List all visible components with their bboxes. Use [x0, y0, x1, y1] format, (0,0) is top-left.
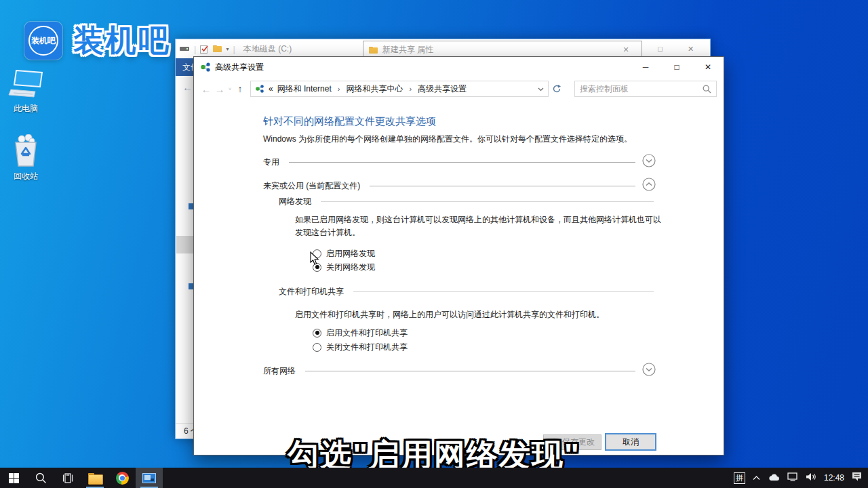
explorer-title: 本地磁盘 (C:) — [243, 43, 292, 55]
radio-label: 启用网络发现 — [326, 248, 375, 260]
search-icon — [35, 472, 47, 484]
navigation-bar: ← → ˅ ↑ « 网络和 Internet › 网络和共享中心 › 高级共享设… — [194, 77, 724, 100]
minimize-button[interactable]: ─ — [630, 57, 661, 77]
radio-label: 关闭文件和打印机共享 — [326, 342, 408, 353]
divider — [353, 291, 654, 292]
chrome-icon — [116, 472, 129, 485]
expand-chevron-down-icon[interactable] — [642, 363, 656, 379]
network-discovery-description: 如果已启用网络发现，则这台计算机可以发现网络上的其他计算机和设备，而且其他网络计… — [295, 214, 661, 239]
radio-disable-network-discovery[interactable]: 关闭网络发现 — [313, 262, 375, 272]
collapse-chevron-up-icon[interactable] — [642, 178, 656, 194]
radio-label: 关闭网络发现 — [326, 262, 375, 273]
recycle-bin-icon — [0, 134, 52, 168]
sharing-icon — [200, 62, 211, 73]
divider — [289, 162, 635, 163]
file-explorer-icon — [88, 473, 102, 483]
maximize-button[interactable]: □ — [661, 57, 692, 77]
window-title: 高级共享设置 — [215, 62, 264, 73]
breadcrumb-separator: › — [336, 85, 342, 93]
system-tray: 拼 12:48 — [734, 472, 868, 484]
brand-badge: 装机吧 — [24, 22, 62, 60]
quick-access-caret-icon[interactable]: ▾ — [226, 46, 229, 52]
search-input[interactable] — [580, 84, 703, 94]
expand-chevron-down-icon[interactable] — [642, 154, 656, 170]
profile-label: 专用 — [263, 157, 279, 168]
volume-icon[interactable] — [806, 472, 816, 483]
radio-circle[interactable] — [313, 343, 321, 352]
breadcrumb-network-internet[interactable]: 网络和 Internet — [277, 83, 332, 95]
file-printer-sharing-description: 启用文件和打印机共享时，网络上的用户可以访问通过此计算机共享的文件和打印机。 — [295, 308, 661, 321]
taskbar-file-explorer[interactable] — [81, 468, 108, 488]
forward-icon[interactable]: → — [213, 83, 226, 95]
section-network-discovery: 网络发现 — [279, 196, 654, 207]
profile-row-guest-public: 来宾或公用 (当前配置文件) — [263, 179, 656, 192]
section-title: 文件和打印机共享 — [279, 286, 344, 298]
ime-indicator[interactable]: 拼 — [734, 472, 745, 484]
clock[interactable]: 12:48 — [824, 473, 844, 483]
window-titlebar[interactable]: 高级共享设置 ─ □ ✕ — [194, 57, 724, 77]
brand-logo-text: 装机吧 — [73, 20, 171, 61]
start-button[interactable] — [0, 468, 27, 488]
dialog-close-button[interactable]: ✕ — [616, 45, 636, 54]
taskbar-control-panel-active[interactable] — [136, 468, 163, 488]
radio-enable-file-printer-sharing[interactable]: 启用文件和打印机共享 — [313, 327, 408, 338]
desktop-icon-recycle-bin[interactable]: 回收站 — [0, 134, 52, 182]
this-pc-icon — [0, 69, 52, 100]
control-panel-window-icon — [142, 473, 156, 483]
profile-row-all-networks: 所有网络 — [263, 364, 656, 378]
close-button[interactable]: ✕ — [692, 57, 724, 77]
windows-logo-icon — [9, 473, 19, 483]
dialog-title: 新建共享 属性 — [382, 44, 433, 56]
search-icon[interactable] — [703, 85, 711, 94]
task-view-icon — [62, 473, 74, 483]
divider — [370, 186, 635, 186]
explorer-maximize-button[interactable]: □ — [645, 39, 675, 58]
desktop-icon-label: 此电脑 — [0, 103, 52, 115]
desktop-icon-this-pc[interactable]: 此电脑 — [0, 69, 52, 115]
section-title: 网络发现 — [279, 196, 311, 207]
radio-enable-network-discovery[interactable]: 启用网络发现 — [313, 248, 375, 259]
taskbar: 拼 12:48 — [0, 468, 868, 488]
folder-icon — [369, 47, 378, 54]
radio-disable-file-printer-sharing[interactable]: 关闭文件和打印机共享 — [313, 342, 408, 352]
radio-label: 启用文件和打印机共享 — [326, 327, 408, 339]
breadcrumb-network-center[interactable]: 网络和共享中心 — [346, 83, 403, 95]
back-icon[interactable]: ← — [199, 83, 213, 95]
breadcrumb-prefix: « — [269, 84, 273, 94]
brand-badge-text: 装机吧 — [28, 26, 58, 56]
address-dropdown-icon[interactable] — [538, 84, 544, 94]
action-center-icon[interactable] — [852, 472, 863, 484]
sharing-icon — [255, 84, 264, 94]
section-file-printer-sharing: 文件和打印机共享 — [279, 286, 654, 297]
toolbar-divider: | — [194, 44, 196, 54]
profile-label: 所有网络 — [263, 365, 296, 377]
properties-check-icon[interactable] — [200, 45, 209, 54]
toolbar-divider: | — [233, 44, 235, 54]
breadcrumb-separator: › — [407, 85, 414, 93]
profile-row-private: 专用 — [263, 155, 656, 169]
divider — [305, 371, 635, 371]
page-title: 针对不同的网络配置文件更改共享选项 — [263, 115, 436, 128]
drive-icon — [180, 45, 190, 53]
taskbar-chrome[interactable] — [108, 468, 136, 488]
radio-circle[interactable] — [313, 329, 321, 338]
explorer-back-icon[interactable]: ← — [182, 81, 193, 93]
search-box[interactable] — [574, 81, 717, 97]
explorer-close-button[interactable]: ✕ — [675, 39, 706, 58]
taskbar-search-button[interactable] — [27, 468, 54, 488]
new-folder-icon[interactable] — [213, 45, 222, 52]
divider — [321, 201, 654, 202]
refresh-icon[interactable] — [549, 81, 565, 97]
advanced-sharing-settings-window: 高级共享设置 ─ □ ✕ ← → ˅ ↑ « 网络和 Internet › 网络… — [193, 56, 724, 455]
breadcrumb-advanced-sharing[interactable]: 高级共享设置 — [418, 83, 467, 95]
task-view-button[interactable] — [54, 468, 81, 488]
network-icon[interactable] — [787, 472, 798, 483]
up-icon[interactable]: ↑ — [233, 83, 247, 94]
profile-label: 来宾或公用 (当前配置文件) — [263, 180, 360, 192]
onedrive-cloud-icon[interactable] — [768, 473, 780, 483]
intro-text: Windows 为你所使用的每个网络创建单独的网络配置文件。你可以针对每个配置文… — [263, 134, 632, 145]
address-bar[interactable]: « 网络和 Internet › 网络和共享中心 › 高级共享设置 — [250, 81, 549, 97]
desktop-icon-label: 回收站 — [0, 171, 52, 182]
history-chevron-icon[interactable]: ˅ — [226, 86, 233, 92]
tray-overflow-chevron-icon[interactable] — [753, 473, 760, 483]
